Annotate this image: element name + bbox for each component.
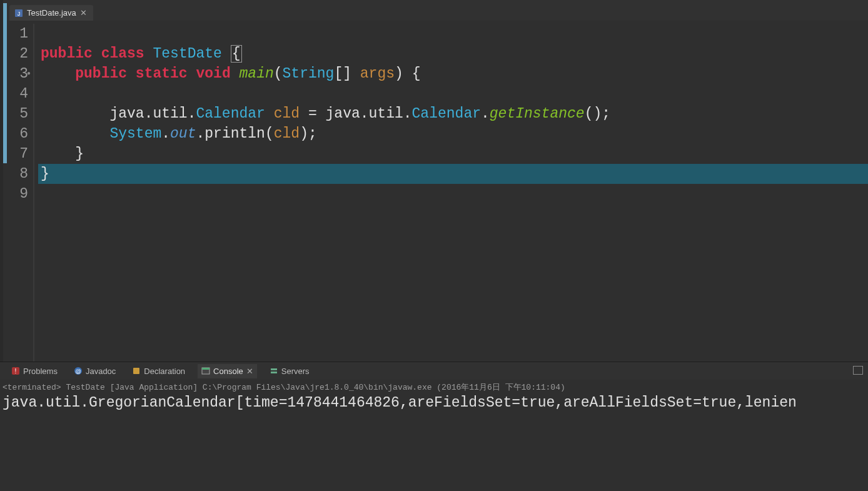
code-line — [38, 84, 868, 104]
maximize-icon[interactable] — [853, 366, 863, 375]
bottom-tab-bar: ! Problems @ Javadoc Declaration Console… — [0, 362, 868, 380]
problems-icon: ! — [11, 367, 20, 375]
close-icon[interactable]: ✕ — [80, 8, 87, 18]
bottom-panel: ! Problems @ Javadoc Declaration Console… — [0, 362, 868, 491]
close-icon[interactable]: ✕ — [246, 367, 253, 376]
tab-label: Declaration — [144, 367, 185, 376]
matching-brace: { — [231, 45, 242, 63]
code-line — [38, 184, 868, 204]
line-number-gutter: 1 2 3● 4 5 6 7 8 9 — [3, 24, 33, 362]
code-line: public class TestDate { — [38, 44, 868, 64]
line-number: 7 — [3, 144, 28, 164]
svg-text:J: J — [18, 11, 21, 17]
tab-declaration[interactable]: Declaration — [128, 364, 189, 378]
line-number: 6 — [3, 124, 28, 144]
line-number: 1 — [3, 24, 28, 44]
svg-rect-8 — [202, 368, 209, 370]
java-file-icon: J — [14, 9, 23, 18]
svg-rect-6 — [133, 368, 139, 374]
code-line — [38, 24, 868, 44]
declaration-icon — [132, 367, 141, 375]
tab-label: Problems — [23, 367, 58, 376]
tab-problems[interactable]: ! Problems — [8, 364, 61, 378]
editor-tab-bar: J TestDate.java ✕ — [3, 0, 868, 21]
code-line: java.util.Calendar cld = java.util.Calen… — [38, 104, 868, 124]
line-number: 5 — [3, 104, 28, 124]
folding-gutter — [33, 24, 38, 362]
code-line-current: } — [38, 164, 868, 184]
console-output-line: java.util.GregorianCalendar[time=1478441… — [0, 395, 868, 411]
override-marker-icon: ● — [27, 64, 31, 84]
svg-rect-9 — [271, 368, 277, 370]
servers-icon — [270, 367, 278, 375]
line-number: 8 — [3, 164, 28, 184]
code-line: } — [38, 144, 868, 164]
javadoc-icon: @ — [74, 367, 83, 375]
code-editor[interactable]: 1 2 3● 4 5 6 7 8 9 public class TestDate… — [3, 21, 868, 362]
tab-label: Javadoc — [86, 367, 116, 376]
tab-servers[interactable]: Servers — [266, 364, 313, 378]
console-icon — [201, 367, 210, 375]
tab-filename: TestDate.java — [27, 8, 76, 18]
svg-text:@: @ — [75, 368, 81, 375]
svg-rect-10 — [271, 372, 277, 373]
line-number: 2 — [3, 44, 28, 64]
tab-javadoc[interactable]: @ Javadoc — [70, 364, 119, 378]
code-line: System.out.println(cld); — [38, 124, 868, 144]
console-process-status: <terminated> TestDate [Java Application]… — [0, 380, 868, 395]
svg-text:!: ! — [15, 368, 17, 375]
console-view[interactable]: <terminated> TestDate [Java Application]… — [0, 380, 868, 491]
editor-tab-testdate[interactable]: J TestDate.java ✕ — [9, 5, 93, 21]
code-content[interactable]: public class TestDate { public static vo… — [38, 24, 868, 362]
tab-label: Console — [213, 367, 243, 376]
editor-area: J TestDate.java ✕ 1 2 3● 4 5 6 7 8 9 pub… — [0, 0, 868, 362]
tab-label: Servers — [281, 367, 310, 376]
tab-console[interactable]: Console ✕ — [198, 364, 257, 378]
line-number: 9 — [3, 184, 28, 204]
line-number: 4 — [3, 84, 28, 104]
code-line: public static void main(String[] args) { — [38, 64, 868, 84]
line-number: 3● — [3, 64, 28, 84]
